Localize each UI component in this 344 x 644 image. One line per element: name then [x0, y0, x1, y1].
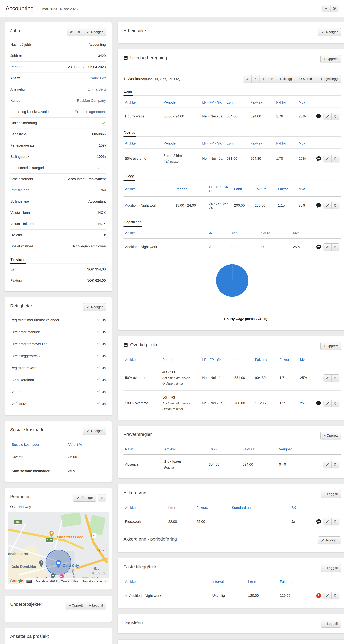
restaurant-pin-icon[interactable] — [49, 530, 54, 538]
column-header[interactable]: Faktura — [253, 181, 276, 196]
unlink-button[interactable] — [75, 28, 83, 36]
column-header[interactable]: Periode — [162, 138, 201, 149]
column-header[interactable]: Mva — [291, 227, 312, 238]
comment-icon[interactable] — [316, 400, 322, 406]
delete-button[interactable] — [251, 75, 259, 83]
column-header[interactable]: Verdi i % — [67, 439, 99, 450]
create-button[interactable]: + Opprett — [66, 602, 86, 609]
column-header[interactable]: Faktor — [275, 138, 297, 149]
column-header[interactable]: LP - FP - SK — [201, 354, 233, 365]
back-button[interactable] — [323, 5, 331, 12]
add-overtid-button[interactable]: + Overtid — [295, 75, 315, 83]
column-header[interactable]: SK — [206, 227, 228, 238]
edit-button[interactable] — [324, 244, 332, 250]
column-header[interactable]: Intervall — [211, 576, 247, 587]
edit-button[interactable] — [244, 75, 252, 83]
repeat-button[interactable] — [67, 28, 75, 36]
comment-icon[interactable] — [316, 114, 322, 119]
column-header[interactable]: Faktura — [253, 354, 278, 365]
column-header[interactable]: Periode — [162, 96, 201, 108]
column-header[interactable]: Mva — [297, 181, 314, 196]
edit-button[interactable] — [324, 400, 332, 407]
delete-button[interactable] — [331, 592, 339, 599]
delete-button[interactable] — [331, 113, 339, 120]
delete-button[interactable] — [331, 400, 339, 407]
add-button[interactable]: + Legg til — [86, 602, 106, 609]
column-header[interactable]: Artikkel — [124, 181, 174, 196]
map[interactable]: 162 162 4 Oslo Street Food onaltheatret … — [7, 512, 109, 584]
column-header[interactable]: Artikkel — [124, 227, 206, 238]
column-header[interactable]: Lønn — [247, 576, 278, 587]
column-header[interactable]: Faktura — [257, 227, 291, 238]
column-header[interactable]: Faktura — [241, 444, 277, 455]
column-header[interactable]: Artikkel — [124, 354, 161, 365]
oslo-city-pin-icon[interactable] — [55, 560, 62, 569]
edit-button[interactable] — [324, 155, 332, 162]
history-button[interactable] — [330, 5, 338, 12]
column-header[interactable]: Lønn — [225, 138, 249, 149]
add-button[interactable]: + Legg til — [321, 490, 341, 498]
clock-red-icon[interactable] — [316, 593, 322, 598]
church-pin-icon[interactable] — [38, 560, 44, 567]
edit-button[interactable]: Rediger — [73, 494, 96, 502]
column-header[interactable]: LP - FP - SK - O — [207, 181, 233, 196]
edit-button[interactable]: Rediger — [318, 28, 341, 36]
edit-button[interactable] — [324, 461, 332, 468]
column-header[interactable]: Lønn — [167, 502, 195, 513]
column-header[interactable]: Artikkel — [124, 502, 167, 513]
add-button[interactable]: + Legg til — [321, 620, 341, 628]
pie-slice-hourly-wage[interactable] — [216, 264, 248, 297]
column-header[interactable]: Varighet — [278, 444, 313, 455]
column-header[interactable]: Faktor — [276, 181, 297, 196]
delete-button[interactable] — [331, 202, 339, 209]
comment-icon[interactable] — [316, 202, 322, 208]
column-header[interactable]: Lønn — [233, 354, 253, 365]
value-link[interactable]: Emma Berg — [87, 88, 106, 92]
edit-button[interactable] — [324, 113, 332, 120]
add-button[interactable]: + Legg til — [321, 564, 341, 572]
column-header[interactable]: Artikkel — [163, 444, 207, 455]
create-button[interactable]: + Opprett — [321, 432, 341, 439]
comment-icon[interactable] — [316, 244, 322, 250]
column-header[interactable]: Faktura — [249, 138, 275, 149]
column-header[interactable]: Mva — [297, 96, 314, 108]
edit-button[interactable]: Rediger — [83, 427, 106, 435]
edit-button[interactable] — [324, 202, 332, 209]
column-header[interactable]: Artikkel — [124, 96, 162, 108]
column-header[interactable]: Lønn — [233, 181, 253, 196]
comment-icon[interactable] — [316, 519, 322, 524]
column-header[interactable]: Sosiale kostnader — [10, 439, 67, 450]
column-header[interactable]: Faktura — [195, 502, 230, 513]
column-header[interactable]: Lønn — [228, 227, 257, 238]
column-header[interactable]: LP - FP - SK — [201, 138, 225, 149]
terms-link[interactable]: Terms of Use — [61, 580, 78, 583]
add-dagstillegg-button[interactable]: + Dagstillegg — [315, 75, 341, 83]
column-header[interactable]: Mva — [297, 138, 314, 149]
column-header[interactable]: Artikkel — [124, 138, 162, 149]
column-header[interactable]: Navn — [124, 444, 163, 455]
column-header[interactable]: Mva — [299, 354, 314, 365]
column-header[interactable]: Faktura — [278, 576, 311, 587]
column-header[interactable]: Faktor — [275, 96, 297, 108]
tab-timelonn[interactable]: Timelønn — [10, 258, 106, 264]
column-header[interactable]: SK — [290, 502, 313, 513]
edit-button[interactable]: Rediger — [318, 536, 341, 544]
edit-button[interactable] — [324, 518, 332, 525]
column-header[interactable]: Faktura — [249, 96, 275, 108]
edit-button[interactable]: Rediger — [83, 303, 106, 311]
delete-button[interactable] — [331, 155, 339, 162]
column-header[interactable]: Standard antall — [230, 502, 290, 513]
column-header[interactable]: Periode — [161, 354, 201, 365]
value-link[interactable]: Example agreement — [75, 110, 106, 114]
column-header[interactable]: LP - FP - SK — [201, 96, 225, 108]
column-header[interactable]: Faktor — [278, 354, 299, 365]
column-header[interactable]: Artikkel — [124, 576, 211, 587]
edit-button[interactable] — [324, 374, 332, 382]
edit-button[interactable]: Rediger — [83, 28, 106, 36]
delete-button[interactable] — [98, 494, 106, 501]
delete-button[interactable] — [331, 374, 339, 382]
comment-icon[interactable] — [316, 156, 322, 162]
delete-button[interactable] — [331, 461, 339, 468]
value-link[interactable]: Carrie Fox — [90, 76, 106, 80]
create-button[interactable]: + Opprett — [321, 55, 341, 63]
